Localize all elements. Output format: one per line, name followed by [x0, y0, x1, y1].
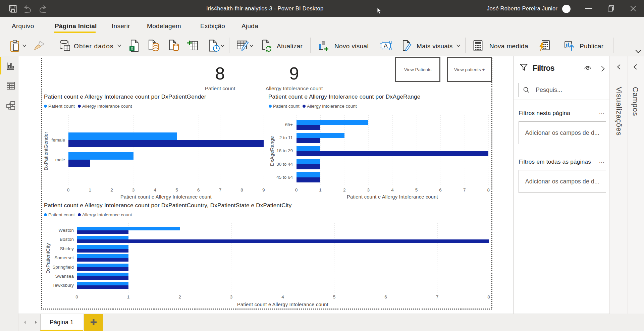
svg-text:A: A — [384, 43, 388, 49]
